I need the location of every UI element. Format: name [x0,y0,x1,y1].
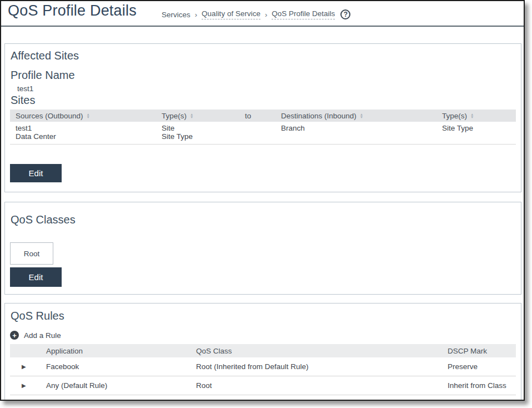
breadcrumb-separator-icon: › [195,11,197,19]
cell-qos-class: Root [196,381,448,390]
section-qos-classes: QoS Classes Root Edit [4,202,521,295]
qos-classes-title: QoS Classes [11,213,76,226]
table-row: ▶ Any (Default Rule) Root Inherit from C… [10,376,516,395]
add-rule-button[interactable]: + Add a Rule [10,331,61,340]
profile-name-value: test1 [17,84,33,93]
column-header-dscp-mark: DSCP Mark [448,347,516,355]
section-qos-rules: QoS Rules + Add a Rule Application QoS C… [4,303,521,401]
breadcrumb-item-quality-of-service[interactable]: Quality of Service [202,9,260,19]
table-row: test1 Data Center Site Site Type Branch … [10,122,516,145]
breadcrumb-item-services: Services [162,11,190,19]
cell-dscp-mark: Preserve [448,362,516,371]
section-affected-sites: Affected Sites Profile Name test1 Sites … [4,43,521,192]
rules-table: Application QoS Class DSCP Mark ▶ Facebo… [10,344,516,395]
cell-destination-types: Site Type [436,124,516,141]
breadcrumb: Services › Quality of Service › QoS Prof… [162,9,350,19]
cell-application: Any (Default Rule) [46,381,196,390]
column-header-to: to [239,112,275,120]
cell-application: Facebook [46,362,196,371]
page-title: QoS Profile Details [8,2,137,19]
plus-icon: + [10,331,19,340]
header-divider [1,26,524,27]
breadcrumb-separator-icon: › [265,11,267,19]
column-header-qos-class: QoS Class [196,347,448,355]
page-frame: QoS Profile Details Services › Quality o… [0,0,525,401]
cell-destinations: Branch [275,124,436,141]
sites-label: Sites [11,94,35,107]
qos-rules-title: QoS Rules [11,310,64,322]
sort-icon: ▲▼ [190,113,193,118]
sort-icon: ▲▼ [470,113,474,118]
add-rule-label: Add a Rule [24,331,61,340]
table-row: ▶ Facebook Root (Inherited from Default … [10,357,516,376]
root-class-button[interactable]: Root [10,242,53,265]
sort-icon: ▲▼ [87,113,90,118]
column-header-destination-types[interactable]: Type(s)▲▼ [436,112,516,120]
column-header-destinations-inbound[interactable]: Destinations (Inbound)▲▼ [275,112,436,120]
rules-table-header: Application QoS Class DSCP Mark [10,344,516,357]
expand-row-icon[interactable]: ▶ [10,382,46,389]
profile-name-label: Profile Name [11,69,75,82]
sort-icon: ▲▼ [360,113,363,118]
cell-dscp-mark: Inherit from Class [448,381,516,390]
edit-sites-button[interactable]: Edit [10,164,62,182]
expand-row-icon[interactable]: ▶ [10,364,46,370]
cell-qos-class: Root (Inherited from Default Rule) [196,362,448,371]
column-header-application: Application [46,347,196,355]
help-icon[interactable]: ? [340,9,350,19]
breadcrumb-item-qos-profile-details[interactable]: QoS Profile Details [272,9,335,19]
column-header-sources-outbound[interactable]: Sources (Outbound)▲▼ [10,112,156,120]
cell-to [239,124,275,141]
header: QoS Profile Details Services › Quality o… [1,1,524,26]
cell-source-types: Site Site Type [156,124,239,141]
column-header-source-types[interactable]: Type(s)▲▼ [156,112,239,120]
sites-table: Sources (Outbound)▲▼ Type(s)▲▼ to Destin… [10,110,516,145]
edit-classes-button[interactable]: Edit [10,267,62,287]
affected-sites-title: Affected Sites [11,49,79,62]
cell-sources: test1 Data Center [10,124,156,141]
sites-table-header: Sources (Outbound)▲▼ Type(s)▲▼ to Destin… [10,110,516,122]
